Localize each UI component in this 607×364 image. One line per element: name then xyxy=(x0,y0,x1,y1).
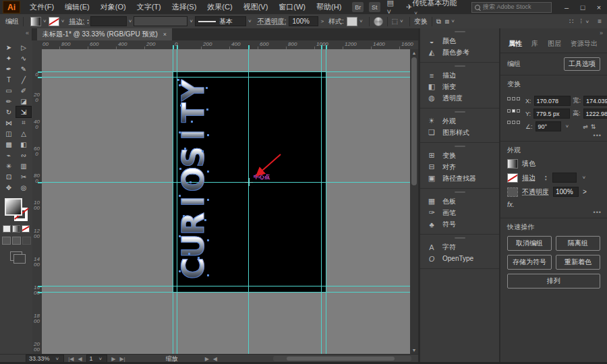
panel-gradient[interactable]: ◧渐变 xyxy=(420,81,500,92)
tool-selection[interactable]: ➤ xyxy=(1,42,16,53)
tool-symbol-sprayer[interactable]: ✳ xyxy=(1,160,16,171)
width-field[interactable]: 174.039 xyxy=(583,96,607,106)
more-options-icon[interactable]: ••• xyxy=(594,132,602,139)
tool-column-graph[interactable]: ▥ xyxy=(16,160,31,171)
chevron-down-icon[interactable]: ˅ xyxy=(190,18,193,24)
stroke-weight-field[interactable] xyxy=(552,173,577,183)
screen-mode-button[interactable] xyxy=(10,251,22,261)
panel-transparency[interactable]: ◍透明度 xyxy=(420,92,500,104)
tool-eyedropper[interactable]: ⌁ xyxy=(1,150,16,160)
tab-libraries[interactable]: 库 xyxy=(531,39,538,49)
horizontal-scrollbar[interactable] xyxy=(273,356,411,361)
drag-handle[interactable] xyxy=(455,191,465,193)
chevron-right-icon[interactable]: > xyxy=(583,188,587,195)
tool-zoom[interactable]: ◎ xyxy=(16,182,31,193)
color-mode-button[interactable] xyxy=(3,225,11,233)
vertical-ruler[interactable]: 0 200 400 600 800 1000 1200 1400 1600 18… xyxy=(32,49,42,354)
menu-type[interactable]: 文字(T) xyxy=(132,2,167,12)
canvas[interactable]: Y T I S O I R U C 中心点 夹 xyxy=(42,49,418,354)
more-options-icon[interactable]: ••• xyxy=(594,209,602,216)
stroke-label[interactable]: 描边 xyxy=(522,173,536,183)
none-mode-button[interactable] xyxy=(22,225,30,233)
stroke-swatch[interactable] xyxy=(49,17,59,26)
panel-opentype[interactable]: OOpenType xyxy=(420,253,500,264)
flip-horizontal-icon[interactable]: ⇌ xyxy=(583,123,588,130)
tool-paintbrush[interactable]: ✐ xyxy=(16,85,31,96)
panel-swatches[interactable]: ▦色板 xyxy=(420,195,500,207)
panel-menu-icon[interactable]: ≡ xyxy=(598,18,602,26)
menu-view[interactable]: 视图(V) xyxy=(238,2,274,12)
tool-magic-wand[interactable]: ✦ xyxy=(1,53,16,63)
isolate-group-button[interactable]: 隔离组 xyxy=(556,236,600,251)
tool-mesh[interactable]: ▩ xyxy=(1,139,16,150)
tool-eraser[interactable]: ◪ xyxy=(16,96,31,107)
guide-horizontal[interactable] xyxy=(42,292,410,293)
menu-select[interactable]: 选择(S) xyxy=(167,2,202,12)
drag-handle[interactable] xyxy=(455,111,465,113)
menu-object[interactable]: 对象(O) xyxy=(95,2,132,12)
curiosity-text[interactable]: Y T I S O I R U C xyxy=(177,79,210,279)
style-swatch[interactable] xyxy=(347,17,357,26)
panel-graphic-styles[interactable]: ❏图形样式 xyxy=(420,127,500,138)
chevron-down-icon[interactable]: ˅ xyxy=(566,123,569,129)
tool-scale[interactable]: ⇲ xyxy=(16,107,31,117)
dock-divider[interactable] xyxy=(418,28,420,362)
tool-slice[interactable]: ✂ xyxy=(16,171,31,182)
close-tab-icon[interactable]: × xyxy=(163,31,167,38)
chevron-down-icon[interactable]: ˅ xyxy=(359,18,363,24)
panel-divider[interactable] xyxy=(499,28,500,362)
maximize-button[interactable]: □ xyxy=(575,2,591,12)
scrollbar-thumb[interactable] xyxy=(287,357,395,361)
chevron-down-icon[interactable]: ˅ xyxy=(451,18,455,24)
height-field[interactable]: 1222.984 xyxy=(583,109,607,119)
chevron-right-icon[interactable]: > xyxy=(320,18,324,24)
drag-handle[interactable] xyxy=(455,237,465,239)
scroll-right-icon[interactable]: ◀ xyxy=(213,356,217,362)
gradient-mode-button[interactable] xyxy=(12,225,20,233)
panel-align[interactable]: ⊟对齐 xyxy=(420,161,500,173)
guide-horizontal[interactable] xyxy=(42,286,410,286)
flip-vertical-icon[interactable]: ⇅ xyxy=(591,123,596,130)
tool-lasso[interactable]: ∿ xyxy=(16,53,31,63)
opacity-label[interactable]: 不透明度 xyxy=(522,187,549,197)
ruler-corner[interactable] xyxy=(32,40,42,50)
recolor-button[interactable]: 重新着色 xyxy=(556,255,600,270)
arrange-button[interactable]: 排列 xyxy=(507,274,600,289)
guide-horizontal[interactable] xyxy=(42,77,410,78)
draw-normal-button[interactable] xyxy=(2,237,11,245)
guide-vertical[interactable] xyxy=(321,49,322,354)
tool-direct-selection[interactable]: ▷ xyxy=(16,42,31,53)
fx-button[interactable]: fx. xyxy=(507,201,515,208)
menu-help[interactable]: 帮助(H) xyxy=(311,2,347,12)
select-similar-icon[interactable]: ⬚ xyxy=(392,18,398,25)
tool-hand[interactable]: ✥ xyxy=(1,182,16,193)
close-button[interactable]: × xyxy=(591,2,607,12)
guide-horizontal[interactable] xyxy=(42,71,410,72)
reference-point-widget[interactable] xyxy=(507,97,520,131)
panel-brushes[interactable]: ✑画笔 xyxy=(420,207,500,218)
x-field[interactable]: 170.078 xyxy=(534,96,571,106)
guide-horizontal[interactable] xyxy=(42,182,410,183)
bridge-button[interactable]: Br xyxy=(352,2,364,12)
tool-width[interactable]: ⋈ xyxy=(1,117,16,128)
stroke-weight-field[interactable] xyxy=(90,16,127,26)
panel-appearance[interactable]: ☀外观 xyxy=(420,115,500,127)
horizontal-ruler[interactable]: 00 800 600 400 200 0 200 400 600 800 100… xyxy=(42,40,418,50)
panel-symbols[interactable]: ♣符号 xyxy=(420,218,500,230)
scroll-down-icon[interactable]: ▼ xyxy=(410,346,418,354)
draw-inside-button[interactable] xyxy=(22,237,31,245)
tool-free-transform[interactable]: ⌗ xyxy=(16,117,31,128)
chevron-down-icon[interactable]: ˅ xyxy=(583,175,586,181)
drag-handle[interactable] xyxy=(455,65,465,67)
fill-swatch[interactable] xyxy=(507,159,518,169)
tool-pen[interactable]: ✒ xyxy=(1,63,16,74)
tool-perspective-grid[interactable]: △ xyxy=(16,128,31,139)
search-input[interactable]: 搜索 Adobe Stock xyxy=(471,2,552,13)
scroll-up-icon[interactable]: ▲ xyxy=(410,49,418,57)
tools-panel-collapse[interactable]: « xyxy=(0,28,32,40)
transform-link[interactable]: 变换 xyxy=(414,17,428,26)
menu-effect[interactable]: 效果(C) xyxy=(202,2,237,12)
fill-gradient-swatch[interactable] xyxy=(5,198,22,216)
draw-behind-button[interactable] xyxy=(12,237,21,245)
minimize-button[interactable]: – xyxy=(558,2,575,12)
